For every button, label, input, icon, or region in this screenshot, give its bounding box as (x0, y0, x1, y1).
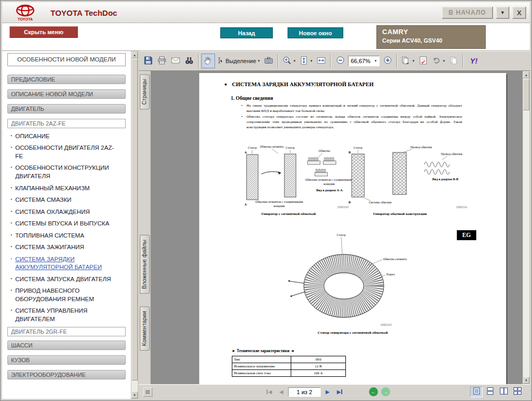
sidebar-item-body[interactable]: КУЗОВ (7, 355, 126, 365)
sidebar: ОСОБЕННОСТИ НОВОЙ МОДЕЛИ ПРЕДИСЛОВИЕ ОПИ… (2, 51, 131, 399)
continuous-facing-icon (514, 387, 521, 396)
scroll-up-icon[interactable]: ▲ (523, 71, 529, 78)
sidebar-item-engine-features[interactable]: ОСОБЕННОСТИ ДВИГАТЕЛЯ 2AZ-FE (7, 144, 128, 160)
scroll-down-icon[interactable]: ▼ (131, 392, 138, 398)
chevron-down-icon: ▼ (412, 59, 415, 63)
toyota-logo: TOYOTA (11, 3, 40, 23)
sidebar-item-belt-drive[interactable]: ПРИВОД НАВЕСНОГО ОБОРУДОВАНИЯ РЕМНЕМ (7, 287, 128, 303)
hide-menu-button[interactable]: Скрыть меню (9, 26, 78, 38)
sidebar-item-new-model-overview[interactable]: ОПИСАНИЕ НОВОЙ МОДЕЛИ (7, 89, 126, 99)
print-button[interactable] (155, 54, 169, 68)
tab-attachments[interactable]: Вложенные файлы (140, 235, 150, 294)
sidebar-item-electrical[interactable]: ЭЛЕКТРООБОРУДОВАНИЕ (7, 370, 126, 379)
zoom-out-button[interactable] (333, 54, 347, 68)
email-icon (171, 56, 180, 67)
sidebar-item-design-features[interactable]: ОСОБЕННОСТИ КОНСТРУКЦИИ ДВИГАТЕЛЯ (7, 164, 128, 180)
pdf-scrollbar-thumb[interactable] (523, 79, 529, 110)
next-page-button[interactable]: ▶ (322, 387, 333, 397)
fig1-segment-winding-label: Обмотка сегмента (260, 145, 284, 148)
fit-page-button[interactable]: ▼ (298, 54, 314, 68)
save-button[interactable] (141, 54, 155, 68)
fig2-winding-wire2-label: Провод обмотки (441, 152, 463, 156)
undo-button[interactable]: ▼ (430, 54, 447, 68)
sidebar-item-cooling-system[interactable]: СИСТЕМА ОХЛАЖДЕНИЯ (7, 208, 128, 217)
pdf-nav-tabstrip: Страницы Вложенные файлы Комментарии (139, 71, 151, 384)
sidebar-item-description[interactable]: ОПИСАНИЕ (7, 132, 128, 141)
fit-width-button[interactable] (314, 54, 328, 68)
sidebar-item-fuel-system[interactable]: ТОПЛИВНАЯ СИСТЕМА (7, 232, 128, 240)
hand-tool-button[interactable] (201, 54, 215, 68)
email-button[interactable] (169, 54, 182, 68)
select-tool-button[interactable]: Выделение▼ (215, 54, 262, 68)
previous-page-button[interactable]: ◀ (276, 387, 287, 397)
page-indicator[interactable]: 1 из 2 (288, 387, 321, 397)
table-row: Номинальное напряжение 12 В (232, 363, 346, 370)
sidebar-item-charging-system[interactable]: СИСТЕМА ЗАРЯДКИ АККУМУЛЯТОРНОЙ БАТАРЕИ (7, 255, 128, 272)
zoom-in-button[interactable] (381, 54, 394, 68)
titlebar-dropdown-button[interactable]: ▼ (496, 6, 509, 19)
sidebar-scrollbar[interactable]: ▲ ▼ (131, 51, 138, 399)
review-button[interactable] (416, 54, 430, 68)
sidebar-section-engine-2gr-fe[interactable]: ДВИГАТЕЛЬ 2GR-FE (7, 327, 126, 336)
scroll-down-icon[interactable]: ▼ (523, 377, 529, 384)
sidebar-item-starting-system[interactable]: СИСТЕМА ЗАПУСКА ДВИГАТЕЛЯ (7, 275, 128, 284)
continuous-layout-button[interactable] (484, 386, 496, 397)
zoom-in-icon (383, 56, 392, 66)
sidebar-item-lubrication-system[interactable]: СИСТЕМА СМАЗКИ (7, 196, 128, 204)
chevron-down-icon: ▼ (310, 59, 313, 63)
single-page-layout-button[interactable] (470, 386, 483, 397)
sidebar-item-engine-control[interactable]: СИСТЕМА УПРАВЛЕНИЯ ДВИГАТЕЛЕМ (7, 307, 128, 323)
sidebar-item-foreword[interactable]: ПРЕДИСЛОВИЕ (7, 75, 126, 84)
fig3-caption: Статор генератора с сегментной обмоткой (199, 331, 506, 335)
svg-text:TOYOTA: TOYOTA (18, 17, 33, 21)
pdf-viewer: Выделение▼ ▼ ▼ 66,67%▼ ▼ ▼ Y! Страницы В… (139, 51, 530, 399)
tab-pages[interactable]: Страницы (140, 74, 150, 109)
toolbar-separator (330, 54, 331, 68)
text-select-icon (217, 56, 224, 67)
sidebar-item-engine[interactable]: ДВИГАТЕЛЬ (7, 104, 126, 114)
search-button[interactable] (182, 54, 196, 68)
sidebar-section-engine-2az-fe[interactable]: ДВИГАТЕЛЬ 2AZ-FE (7, 119, 126, 128)
toolbar-separator (396, 54, 397, 68)
titlebar-controls: В НАЧАЛО ▼ X (442, 6, 526, 19)
sidebar-scrollbar-thumb[interactable] (131, 59, 138, 381)
next-view-button[interactable]: → (381, 387, 390, 396)
back-button[interactable]: Назад (220, 27, 273, 38)
app-window: TOYOTA TOYOTA TechDoc В НАЧАЛО ▼ X Скрыт… (0, 0, 532, 401)
pdf-scrollbar[interactable]: ▲ ▼ (523, 71, 530, 384)
facing-layout-button[interactable] (497, 386, 510, 397)
toolbar-options-button[interactable] (143, 387, 152, 397)
facing-icon (500, 387, 508, 396)
zoom-out-icon (336, 56, 345, 66)
last-page-button[interactable]: ▶ (334, 387, 345, 397)
vehicle-info-box: CAMRY Серии ACV40, GSV40 (376, 25, 486, 49)
scroll-up-icon[interactable]: ▲ (131, 52, 138, 58)
tab-comments[interactable]: Комментарии (140, 306, 150, 351)
chevron-down-icon: ▼ (442, 59, 445, 63)
sidebar-item-intake-exhaust[interactable]: СИСТЕМЫ ВПУСКА И ВЫПУСКА (7, 220, 128, 228)
previous-view-tool-button[interactable]: ▼ (400, 54, 416, 68)
snapshot-button[interactable] (262, 54, 275, 68)
document-heading: ■СИСТЕМА ЗАРЯДКИ АККУМУЛЯТОРНОЙ БАТАРЕИ (224, 81, 374, 87)
continuous-facing-layout-button[interactable] (511, 386, 524, 397)
document-bullet-list: На смену традиционному генератору пришел… (240, 104, 462, 131)
magnifier-icon (282, 56, 292, 67)
new-window-button[interactable]: Новое окно (288, 27, 343, 38)
document-bullet: Обмотка статора генератора состоит из се… (240, 115, 462, 130)
pdf-canvas[interactable]: ■СИСТЕМА ЗАРЯДКИ АККУМУЛЯТОРНОЙ БАТАРЕИ … (151, 71, 523, 384)
right-arrow-icon: ▶ (325, 389, 330, 395)
close-button[interactable]: X (512, 6, 526, 19)
fig1-code: 206BJG40 (337, 206, 349, 209)
home-button[interactable]: В НАЧАЛО (442, 6, 493, 19)
previous-view-button[interactable]: ← (369, 387, 378, 396)
copy-button[interactable] (447, 54, 461, 68)
sidebar-item-chassis[interactable]: ШАССИ (7, 341, 126, 350)
zoom-tool-button[interactable]: ▼ (281, 54, 298, 68)
view-history-group: ← → (369, 387, 390, 396)
sidebar-item-ignition-system[interactable]: СИСТЕМА ЗАЖИГАНИЯ (7, 243, 128, 252)
zoom-level-dropdown[interactable]: 66,67%▼ (348, 56, 380, 66)
first-page-button[interactable]: ◀ (264, 387, 274, 397)
sidebar-item-valve-mechanism[interactable]: КЛАПАННЫЙ МЕХАНИЗМ (7, 184, 128, 193)
yahoo-toolbar-button[interactable]: Y! (466, 54, 479, 68)
document-heading-text: СИСТЕМА ЗАРЯДКИ АККУМУЛЯТОРНОЙ БАТАРЕИ (232, 81, 373, 87)
